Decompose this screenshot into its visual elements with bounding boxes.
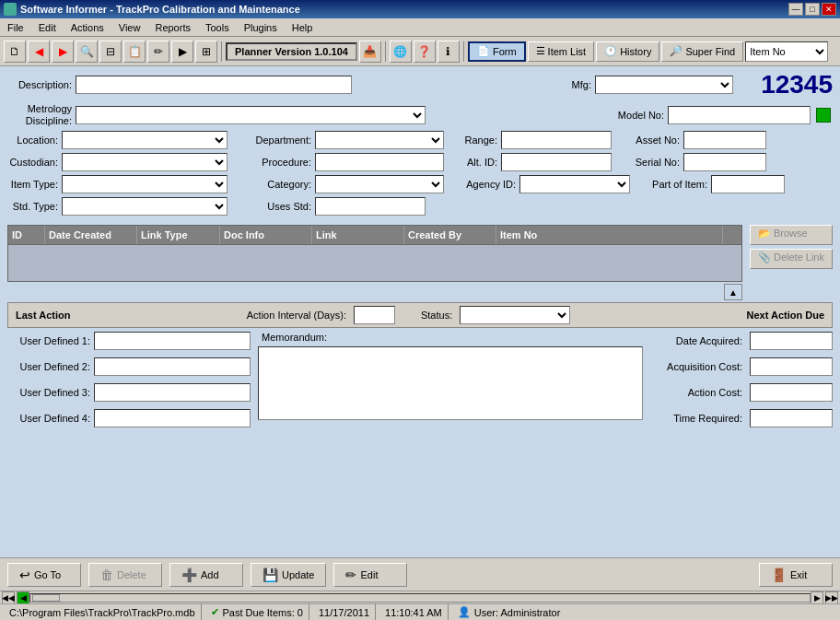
- menu-reports[interactable]: Reports: [147, 18, 198, 36]
- row-description: Description: Mfg: 12345: [7, 70, 833, 99]
- item-no-select[interactable]: Item No: [745, 41, 828, 62]
- toolbar-btn-back[interactable]: ◀: [28, 41, 50, 63]
- alt-id-input[interactable]: [501, 153, 612, 171]
- delete-link-icon: 📎: [758, 252, 774, 263]
- toolbar-sep-2: [385, 41, 386, 62]
- col-id: ID: [8, 226, 45, 244]
- edit-button[interactable]: ✏ Edit: [333, 563, 407, 587]
- agency-id-label: Agency ID:: [459, 179, 516, 190]
- department-select[interactable]: [315, 131, 444, 149]
- form-button[interactable]: 📄 Form: [468, 41, 526, 62]
- nav-next[interactable]: ▶: [811, 591, 823, 604]
- memorandum-textarea[interactable]: [258, 346, 643, 420]
- part-of-item-input[interactable]: [711, 175, 785, 193]
- user-defined-1-input[interactable]: [94, 332, 251, 350]
- category-select[interactable]: [315, 175, 444, 193]
- user-defined-2-input[interactable]: [94, 357, 251, 376]
- history-button[interactable]: 🕐 History: [596, 41, 659, 62]
- menu-view[interactable]: View: [111, 18, 148, 36]
- user-defined-2-label: User Defined 2:: [7, 361, 90, 372]
- user-defined-3-input[interactable]: [94, 383, 251, 402]
- metrology-select[interactable]: [76, 106, 426, 124]
- action-interval-label: Action Interval (Days):: [247, 310, 346, 321]
- location-label: Location:: [7, 135, 58, 146]
- update-button[interactable]: 💾 Update: [251, 563, 326, 587]
- serial-no-input[interactable]: [683, 153, 766, 171]
- std-type-select[interactable]: [62, 197, 228, 216]
- toolbar-btn-globe[interactable]: 🌐: [390, 41, 412, 63]
- mfg-select[interactable]: [595, 76, 733, 94]
- acquisition-cost-label: Acquisition Cost:: [650, 361, 742, 372]
- date-col: Date Acquired: Acquisition Cost: Action …: [650, 332, 833, 431]
- menu-edit[interactable]: Edit: [31, 18, 64, 36]
- range-input[interactable]: [501, 131, 612, 149]
- edit-icon: ✏: [345, 567, 356, 582]
- date-acquired-input[interactable]: [750, 332, 833, 350]
- date-acquired-label: Date Acquired:: [650, 335, 742, 346]
- action-cost-input[interactable]: [750, 383, 833, 402]
- toolbar-btn-8[interactable]: ▶: [171, 41, 193, 63]
- time-required-input[interactable]: [750, 409, 833, 427]
- metrology-label: Metrology Discipline:: [7, 103, 72, 127]
- model-no-input[interactable]: [668, 106, 811, 124]
- description-input[interactable]: [76, 76, 352, 94]
- exit-button[interactable]: 🚪 Exit: [759, 563, 833, 587]
- go-to-button[interactable]: ↩ Go To: [7, 563, 81, 587]
- toolbar-btn-search[interactable]: 🔍: [76, 41, 98, 63]
- delete-link-button[interactable]: 📎 Delete Link: [750, 249, 833, 269]
- menu-actions[interactable]: Actions: [64, 18, 111, 36]
- location-select[interactable]: [62, 131, 228, 149]
- toolbar-btn-help[interactable]: ❓: [414, 41, 436, 63]
- close-button[interactable]: ✕: [822, 3, 836, 16]
- toolbar-btn-7[interactable]: ✏: [147, 41, 169, 63]
- menu-file[interactable]: File: [0, 18, 31, 36]
- user-defined-4-input[interactable]: [94, 409, 251, 427]
- scroll-up-btn[interactable]: ▲: [724, 284, 742, 300]
- menu-tools[interactable]: Tools: [198, 18, 237, 36]
- add-icon: ➕: [181, 567, 197, 582]
- add-button[interactable]: ➕ Add: [169, 563, 243, 587]
- nav-first[interactable]: ◀◀: [2, 591, 15, 604]
- form-area: Description: Mfg: 12345 Metrology Discip…: [0, 66, 840, 557]
- browse-button[interactable]: 📂 Browse: [750, 225, 833, 245]
- menu-plugins[interactable]: Plugins: [237, 18, 285, 36]
- user-defined-2-row: User Defined 2:: [7, 357, 251, 376]
- part-of-item-label: Part of Item:: [645, 179, 707, 190]
- maximize-button[interactable]: □: [805, 3, 820, 16]
- custodian-select[interactable]: [62, 153, 228, 171]
- category-label: Category:: [242, 179, 311, 190]
- toolbar-sep-3: [463, 41, 464, 62]
- path-text: C:\Program Files\TrackPro\TrackPro.mdb: [9, 607, 195, 618]
- department-label: Department:: [242, 135, 311, 146]
- asset-no-input[interactable]: [683, 131, 766, 149]
- mfg-label: Mfg:: [564, 79, 591, 90]
- action-interval-input[interactable]: [354, 306, 395, 324]
- update-icon: 💾: [262, 567, 278, 582]
- toolbar-btn-info[interactable]: ℹ: [438, 41, 460, 63]
- item-type-select[interactable]: [62, 175, 228, 193]
- menu-help[interactable]: Help: [285, 18, 321, 36]
- acquisition-cost-input[interactable]: [750, 357, 833, 376]
- toolbar-btn-10[interactable]: 📥: [359, 41, 381, 63]
- delete-button[interactable]: 🗑 Delete: [88, 563, 162, 587]
- toolbar-btn-forward[interactable]: ▶: [52, 41, 74, 63]
- nav-prev[interactable]: ◀: [17, 591, 29, 604]
- uses-std-input[interactable]: [315, 197, 426, 216]
- h-scrollbar[interactable]: [29, 593, 811, 602]
- toolbar-btn-6[interactable]: 📋: [123, 41, 146, 63]
- history-icon: 🕐: [604, 45, 617, 57]
- bottom-bar: ↩ Go To 🗑 Delete ➕ Add 💾 Update ✏ Edit 🚪…: [0, 557, 840, 591]
- super-find-button[interactable]: 🔎 Super Find: [661, 41, 743, 62]
- item-number: 12345: [759, 70, 833, 99]
- nav-last[interactable]: ▶▶: [825, 591, 838, 604]
- date-text: 11/17/2011: [319, 607, 369, 618]
- status-select[interactable]: [460, 306, 570, 324]
- toolbar-btn-9[interactable]: ⊞: [195, 41, 217, 63]
- toolbar-btn-5[interactable]: ⊟: [99, 41, 122, 63]
- agency-id-select[interactable]: [519, 175, 630, 193]
- procedure-input[interactable]: [315, 153, 444, 171]
- item-list-button[interactable]: ☰ Item List: [528, 41, 595, 62]
- toolbar-btn-new[interactable]: 🗋: [4, 41, 26, 63]
- minimize-button[interactable]: —: [788, 3, 803, 16]
- model-no-label: Model No:: [604, 110, 664, 121]
